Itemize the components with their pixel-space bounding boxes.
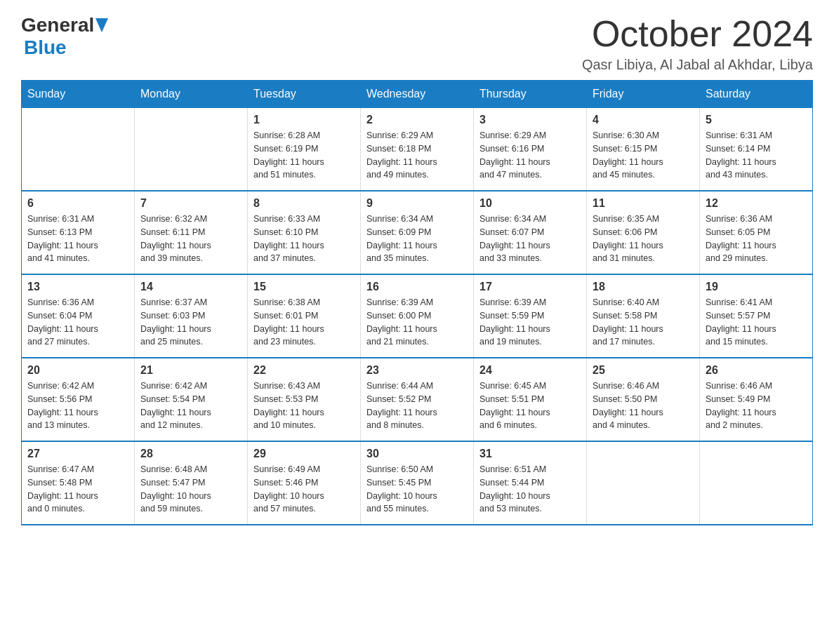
day-info: Sunrise: 6:39 AMSunset: 6:00 PMDaylight:… [366, 296, 468, 349]
calendar-cell: 16Sunrise: 6:39 AMSunset: 6:00 PMDayligh… [361, 274, 474, 358]
day-info: Sunrise: 6:46 AMSunset: 5:50 PMDaylight:… [593, 380, 694, 432]
calendar-cell: 31Sunrise: 6:51 AMSunset: 5:44 PMDayligh… [474, 441, 587, 525]
calendar-cell: 11Sunrise: 6:35 AMSunset: 6:06 PMDayligh… [587, 191, 700, 274]
calendar-cell: 17Sunrise: 6:39 AMSunset: 5:59 PMDayligh… [474, 274, 587, 358]
day-header-saturday: Saturday [700, 81, 813, 108]
day-number: 29 [253, 448, 355, 460]
day-info: Sunrise: 6:38 AMSunset: 6:01 PMDaylight:… [253, 296, 355, 349]
logo: General Blue [21, 14, 108, 59]
day-info: Sunrise: 6:51 AMSunset: 5:44 PMDaylight:… [479, 463, 581, 516]
calendar-week-row: 27Sunrise: 6:47 AMSunset: 5:48 PMDayligh… [22, 441, 813, 525]
calendar-cell: 9Sunrise: 6:34 AMSunset: 6:09 PMDaylight… [361, 191, 474, 274]
day-info: Sunrise: 6:43 AMSunset: 5:53 PMDaylight:… [253, 380, 355, 432]
days-of-week-row: SundayMondayTuesdayWednesdayThursdayFrid… [22, 81, 813, 108]
day-number: 12 [706, 197, 807, 210]
day-info: Sunrise: 6:49 AMSunset: 5:46 PMDaylight:… [253, 463, 355, 516]
day-number: 28 [140, 448, 241, 460]
svg-marker-0 [95, 18, 108, 32]
day-info: Sunrise: 6:35 AMSunset: 6:06 PMDaylight:… [593, 213, 694, 265]
day-number: 20 [27, 364, 128, 377]
day-number: 8 [253, 197, 355, 210]
day-number: 3 [479, 114, 581, 126]
calendar-week-row: 6Sunrise: 6:31 AMSunset: 6:13 PMDaylight… [22, 191, 813, 274]
calendar-cell: 25Sunrise: 6:46 AMSunset: 5:50 PMDayligh… [587, 358, 700, 441]
day-number: 7 [140, 197, 241, 210]
day-number: 18 [593, 281, 694, 293]
page-title: October 2024 [582, 14, 813, 54]
day-number: 4 [593, 114, 694, 126]
day-number: 25 [593, 364, 694, 377]
calendar-cell: 26Sunrise: 6:46 AMSunset: 5:49 PMDayligh… [700, 358, 813, 441]
day-info: Sunrise: 6:39 AMSunset: 5:59 PMDaylight:… [479, 296, 581, 349]
calendar-cell: 19Sunrise: 6:41 AMSunset: 5:57 PMDayligh… [700, 274, 813, 358]
logo-blue-text: Blue [24, 36, 67, 58]
day-info: Sunrise: 6:36 AMSunset: 6:04 PMDaylight:… [27, 296, 128, 349]
day-info: Sunrise: 6:32 AMSunset: 6:11 PMDaylight:… [140, 213, 241, 265]
day-header-sunday: Sunday [22, 81, 135, 108]
day-header-wednesday: Wednesday [361, 81, 474, 108]
calendar-cell: 12Sunrise: 6:36 AMSunset: 6:05 PMDayligh… [700, 191, 813, 274]
calendar-cell: 15Sunrise: 6:38 AMSunset: 6:01 PMDayligh… [248, 274, 361, 358]
calendar-week-row: 13Sunrise: 6:36 AMSunset: 6:04 PMDayligh… [22, 274, 813, 358]
day-info: Sunrise: 6:31 AMSunset: 6:14 PMDaylight:… [706, 129, 807, 182]
logo-triangle-icon [95, 18, 108, 32]
calendar-cell: 22Sunrise: 6:43 AMSunset: 5:53 PMDayligh… [248, 358, 361, 441]
day-info: Sunrise: 6:36 AMSunset: 6:05 PMDaylight:… [706, 213, 807, 265]
calendar-cell: 30Sunrise: 6:50 AMSunset: 5:45 PMDayligh… [361, 441, 474, 525]
day-number: 15 [253, 281, 355, 293]
day-info: Sunrise: 6:41 AMSunset: 5:57 PMDaylight:… [706, 296, 807, 349]
day-header-thursday: Thursday [474, 81, 587, 108]
calendar-cell: 4Sunrise: 6:30 AMSunset: 6:15 PMDaylight… [587, 108, 700, 192]
day-info: Sunrise: 6:34 AMSunset: 6:09 PMDaylight:… [366, 213, 468, 265]
day-number: 1 [253, 114, 355, 126]
calendar-cell: 24Sunrise: 6:45 AMSunset: 5:51 PMDayligh… [474, 358, 587, 441]
day-number: 19 [706, 281, 807, 293]
calendar-cell: 7Sunrise: 6:32 AMSunset: 6:11 PMDaylight… [135, 191, 248, 274]
day-info: Sunrise: 6:37 AMSunset: 6:03 PMDaylight:… [140, 296, 241, 349]
calendar-table: SundayMondayTuesdayWednesdayThursdayFrid… [21, 80, 813, 525]
day-info: Sunrise: 6:28 AMSunset: 6:19 PMDaylight:… [253, 129, 355, 182]
day-number: 31 [479, 448, 581, 460]
calendar-week-row: 1Sunrise: 6:28 AMSunset: 6:19 PMDaylight… [22, 108, 813, 192]
calendar-cell [22, 108, 135, 192]
day-info: Sunrise: 6:45 AMSunset: 5:51 PMDaylight:… [479, 380, 581, 432]
calendar-cell: 13Sunrise: 6:36 AMSunset: 6:04 PMDayligh… [22, 274, 135, 358]
day-number: 21 [140, 364, 241, 377]
calendar-cell: 20Sunrise: 6:42 AMSunset: 5:56 PMDayligh… [22, 358, 135, 441]
calendar-cell: 23Sunrise: 6:44 AMSunset: 5:52 PMDayligh… [361, 358, 474, 441]
day-number: 24 [479, 364, 581, 377]
calendar-cell: 14Sunrise: 6:37 AMSunset: 6:03 PMDayligh… [135, 274, 248, 358]
calendar-cell: 8Sunrise: 6:33 AMSunset: 6:10 PMDaylight… [248, 191, 361, 274]
calendar-cell: 29Sunrise: 6:49 AMSunset: 5:46 PMDayligh… [248, 441, 361, 525]
location-subtitle: Qasr Libiya, Al Jabal al Akhdar, Libya [582, 57, 813, 73]
day-info: Sunrise: 6:40 AMSunset: 5:58 PMDaylight:… [593, 296, 694, 349]
day-info: Sunrise: 6:34 AMSunset: 6:07 PMDaylight:… [479, 213, 581, 265]
calendar-cell [135, 108, 248, 192]
day-info: Sunrise: 6:42 AMSunset: 5:54 PMDaylight:… [140, 380, 241, 432]
calendar-cell: 27Sunrise: 6:47 AMSunset: 5:48 PMDayligh… [22, 441, 135, 525]
day-info: Sunrise: 6:48 AMSunset: 5:47 PMDaylight:… [140, 463, 241, 516]
day-number: 26 [706, 364, 807, 377]
calendar-cell: 6Sunrise: 6:31 AMSunset: 6:13 PMDaylight… [22, 191, 135, 274]
day-info: Sunrise: 6:46 AMSunset: 5:49 PMDaylight:… [706, 380, 807, 432]
day-number: 27 [27, 448, 128, 460]
day-number: 23 [366, 364, 468, 377]
day-info: Sunrise: 6:47 AMSunset: 5:48 PMDaylight:… [27, 463, 128, 516]
day-info: Sunrise: 6:50 AMSunset: 5:45 PMDaylight:… [366, 463, 468, 516]
day-info: Sunrise: 6:33 AMSunset: 6:10 PMDaylight:… [253, 213, 355, 265]
day-number: 9 [366, 197, 468, 210]
logo-general-text: General [21, 14, 94, 36]
calendar-header: SundayMondayTuesdayWednesdayThursdayFrid… [22, 81, 813, 108]
calendar-cell: 2Sunrise: 6:29 AMSunset: 6:18 PMDaylight… [361, 108, 474, 192]
calendar-cell [587, 441, 700, 525]
calendar-body: 1Sunrise: 6:28 AMSunset: 6:19 PMDaylight… [22, 108, 813, 525]
calendar-cell: 5Sunrise: 6:31 AMSunset: 6:14 PMDaylight… [700, 108, 813, 192]
calendar-cell: 1Sunrise: 6:28 AMSunset: 6:19 PMDaylight… [248, 108, 361, 192]
day-header-friday: Friday [587, 81, 700, 108]
day-number: 2 [366, 114, 468, 126]
day-header-monday: Monday [135, 81, 248, 108]
calendar-cell: 21Sunrise: 6:42 AMSunset: 5:54 PMDayligh… [135, 358, 248, 441]
title-area: October 2024 Qasr Libiya, Al Jabal al Ak… [582, 14, 813, 73]
day-number: 22 [253, 364, 355, 377]
day-number: 6 [27, 197, 128, 210]
